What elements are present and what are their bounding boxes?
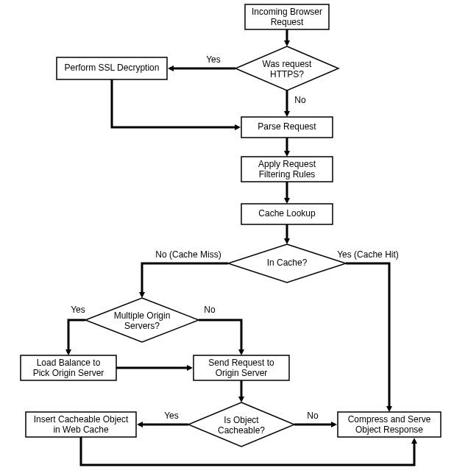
lbl: Apply Request xyxy=(258,159,316,169)
lbl: Is Object xyxy=(224,415,259,425)
edge-incache-miss xyxy=(142,263,228,296)
lbl: in Web Cache xyxy=(53,425,108,435)
lbl-yes3: Yes xyxy=(164,411,179,421)
lbl: Cacheable? xyxy=(218,425,265,436)
edge-multi-no xyxy=(199,320,241,353)
lbl: HTTPS? xyxy=(270,69,304,79)
lbl: Multiple Origin xyxy=(114,310,171,321)
edge-ssl-to-parse xyxy=(112,79,238,127)
lbl: Pick Origin Server xyxy=(33,368,104,378)
lbl: Parse Request xyxy=(258,121,316,132)
lbl-yes: Yes xyxy=(206,54,221,65)
lbl: Request xyxy=(271,17,304,27)
edge-incache-hit xyxy=(346,263,389,410)
lbl-yes2: Yes xyxy=(71,305,85,315)
lbl: Origin Server xyxy=(216,368,268,378)
lbl: Send Request to xyxy=(208,358,274,368)
lbl: Was request xyxy=(263,59,313,69)
node-send-origin: Send Request to Origin Server xyxy=(194,355,289,380)
node-insert-cache: Insert Cacheable Object in Web Cache xyxy=(26,412,136,437)
lbl: Compress and Serve xyxy=(348,414,431,425)
lbl: Object Response xyxy=(355,425,423,435)
node-filter-rules: Apply Request Filtering Rules xyxy=(241,157,333,182)
edge-multi-yes xyxy=(68,320,85,353)
lbl: Filtering Rules xyxy=(259,169,316,180)
lbl: Servers? xyxy=(124,321,160,331)
lbl: Perform SSL Decryption xyxy=(65,63,160,73)
node-is-cacheable: Is Object Cacheable? xyxy=(188,402,294,447)
lbl: Load Balance to xyxy=(37,358,101,368)
lbl-miss: No (Cache Miss) xyxy=(155,249,221,260)
node-load-balance: Load Balance to Pick Origin Server xyxy=(21,355,116,380)
lbl-hit: Yes (Cache Hit) xyxy=(337,249,399,260)
node-parse-request: Parse Request xyxy=(241,117,333,138)
node-was-https: Was request HTTPS? xyxy=(235,46,338,90)
node-compress-serve: Compress and Serve Object Response xyxy=(338,412,441,437)
node-in-cache: In Cache? xyxy=(228,244,346,283)
lbl-no: No xyxy=(294,95,306,105)
lbl: Insert Cacheable Object xyxy=(34,414,129,425)
lbl: Incoming Browser xyxy=(252,7,322,17)
lbl-no2: No xyxy=(204,305,216,315)
lbl-no3: No xyxy=(307,411,319,421)
node-multiple-origin: Multiple Origin Servers? xyxy=(85,298,199,342)
node-incoming-request: Incoming Browser Request xyxy=(245,4,329,29)
lbl: In Cache? xyxy=(267,257,308,268)
node-cache-lookup: Cache Lookup xyxy=(241,204,333,224)
node-ssl-decryption: Perform SSL Decryption xyxy=(57,57,167,79)
lbl: Cache Lookup xyxy=(258,208,316,219)
